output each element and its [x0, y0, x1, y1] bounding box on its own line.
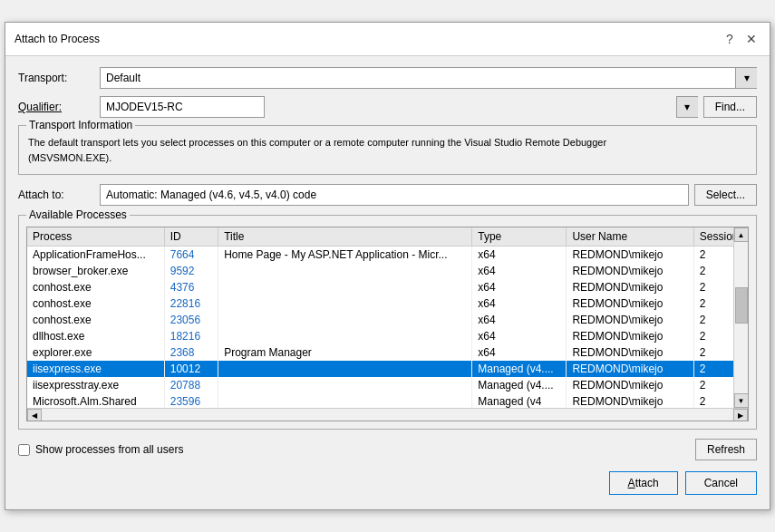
footer-buttons: Attach Cancel	[18, 471, 757, 498]
hscroll-right-arrow[interactable]: ▶	[733, 409, 748, 422]
qualifier-input[interactable]	[100, 96, 265, 118]
cell-id: 22816	[164, 295, 218, 312]
table-row[interactable]: conhost.exe 23056 x64 REDMOND\mikejo 2	[27, 312, 748, 328]
dialog-window: Attach to Process ? ✕ Transport: Default…	[5, 22, 770, 510]
cell-user: REDMOND\mikejo	[567, 263, 693, 279]
cell-user: REDMOND\mikejo	[567, 328, 693, 344]
transport-dropdown[interactable]: Default	[100, 67, 757, 89]
cell-user: REDMOND\mikejo	[567, 377, 693, 393]
col-process[interactable]: Process	[27, 227, 164, 247]
col-id[interactable]: ID	[164, 227, 218, 247]
select-button[interactable]: Select...	[694, 184, 757, 206]
scroll-thumb[interactable]	[735, 287, 748, 324]
cell-title: Home Page - My ASP.NET Application - Mic…	[218, 247, 472, 264]
cell-id: 23056	[164, 312, 218, 328]
table-row[interactable]: conhost.exe 4376 x64 REDMOND\mikejo 2	[27, 279, 748, 295]
cancel-button[interactable]: Cancel	[685, 471, 757, 495]
cell-type: Managed (v4....	[472, 377, 567, 393]
cell-id: 7664	[164, 247, 218, 264]
cell-title: Program Manager	[218, 344, 472, 361]
cell-type: x64	[472, 263, 567, 279]
table-row[interactable]: iisexpress.exe 10012 Managed (v4.... RED…	[27, 361, 748, 377]
show-all-users-checkbox[interactable]	[18, 444, 30, 456]
cell-id: 4376	[164, 279, 218, 295]
qualifier-label[interactable]: Qualifier:	[18, 101, 100, 113]
qualifier-combo-wrap: ▾	[100, 96, 698, 118]
cell-title	[218, 377, 472, 393]
cell-title	[218, 393, 472, 408]
cell-id: 18216	[164, 328, 218, 344]
transport-row: Transport: Default ▾	[18, 67, 757, 89]
cell-user: REDMOND\mikejo	[567, 295, 693, 312]
cell-process: conhost.exe	[27, 312, 164, 328]
transport-info-line2: (MSVSMON.EXE).	[28, 152, 111, 163]
cell-process: iisexpresstray.exe	[27, 377, 164, 393]
transport-info-text: The default transport lets you select pr…	[28, 135, 747, 165]
cell-id: 2368	[164, 344, 218, 361]
cell-user: REDMOND\mikejo	[567, 247, 693, 264]
cell-type: Managed (v4....	[472, 361, 567, 377]
cell-type: x64	[472, 279, 567, 295]
scroll-track	[734, 242, 749, 393]
show-all-users-text: Show processes from all users	[35, 443, 183, 456]
attach-to-input[interactable]	[100, 184, 689, 206]
scroll-down-arrow[interactable]: ▼	[734, 393, 749, 408]
transport-dropdown-container: Default ▾	[100, 67, 757, 89]
hscroll-left-arrow[interactable]: ◀	[27, 409, 42, 422]
cell-title	[218, 328, 472, 344]
cell-process: conhost.exe	[27, 279, 164, 295]
cell-type: x64	[472, 328, 567, 344]
cell-id: 20788	[164, 377, 218, 393]
table-row[interactable]: iisexpresstray.exe 20788 Managed (v4....…	[27, 377, 748, 393]
bottom-row: Show processes from all users Refresh	[18, 439, 757, 460]
table-row[interactable]: Microsoft.Alm.Shared 23596 Managed (v4 R…	[27, 393, 748, 408]
qualifier-row: Qualifier: ▾ Find...	[18, 96, 757, 118]
attach-button[interactable]: Attach	[609, 471, 678, 495]
scroll-up-arrow[interactable]: ▲	[734, 227, 749, 242]
table-row[interactable]: dllhost.exe 18216 x64 REDMOND\mikejo 2	[27, 328, 748, 344]
table-row[interactable]: ApplicationFrameHos... 7664 Home Page - …	[27, 247, 748, 264]
cell-id: 10012	[164, 361, 218, 377]
process-table: Process ID Title Type User Name Session …	[27, 227, 748, 408]
attach-button-label: Attach	[628, 477, 659, 489]
refresh-button[interactable]: Refresh	[695, 439, 757, 460]
hscroll-track	[42, 409, 733, 422]
transport-info-line1: The default transport lets you select pr…	[28, 137, 606, 148]
cell-type: x64	[472, 247, 567, 264]
cell-type: x64	[472, 344, 567, 361]
col-type[interactable]: Type	[472, 227, 567, 247]
find-button[interactable]: Find...	[703, 96, 757, 118]
cell-process: browser_broker.exe	[27, 263, 164, 279]
help-button[interactable]: ?	[721, 30, 739, 48]
cell-process: dllhost.exe	[27, 328, 164, 344]
table-row[interactable]: browser_broker.exe 9592 x64 REDMOND\mike…	[27, 263, 748, 279]
cell-user: REDMOND\mikejo	[567, 344, 693, 361]
table-row[interactable]: conhost.exe 22816 x64 REDMOND\mikejo 2	[27, 295, 748, 312]
table-row[interactable]: explorer.exe 2368 Program Manager x64 RE…	[27, 344, 748, 361]
cell-title	[218, 312, 472, 328]
cell-process: conhost.exe	[27, 295, 164, 312]
title-buttons: ? ✕	[721, 30, 760, 48]
show-all-users-label[interactable]: Show processes from all users	[18, 443, 183, 456]
title-bar: Attach to Process ? ✕	[5, 23, 770, 56]
cell-id: 23596	[164, 393, 218, 408]
cell-title	[218, 263, 472, 279]
cell-id: 9592	[164, 263, 218, 279]
cell-process: ApplicationFrameHos...	[27, 247, 164, 264]
col-title[interactable]: Title	[218, 227, 472, 247]
cell-type: Managed (v4	[472, 393, 567, 408]
dialog-content: Transport: Default ▾ Qualifier: ▾ Find..…	[5, 56, 770, 509]
cell-user: REDMOND\mikejo	[567, 361, 693, 377]
transport-info-group: Transport Information The default transp…	[18, 125, 757, 175]
vertical-scrollbar[interactable]: ▲ ▼	[733, 227, 748, 408]
cell-user: REDMOND\mikejo	[567, 279, 693, 295]
cell-type: x64	[472, 312, 567, 328]
qualifier-dropdown-arrow: ▾	[676, 96, 698, 118]
col-username[interactable]: User Name	[567, 227, 693, 247]
close-button[interactable]: ✕	[742, 30, 760, 48]
horizontal-scrollbar[interactable]: ◀ ▶	[27, 408, 748, 421]
transport-label: Transport:	[18, 72, 100, 84]
cell-process: iisexpress.exe	[27, 361, 164, 377]
cell-type: x64	[472, 295, 567, 312]
process-table-wrap: Process ID Title Type User Name Session …	[26, 227, 749, 421]
